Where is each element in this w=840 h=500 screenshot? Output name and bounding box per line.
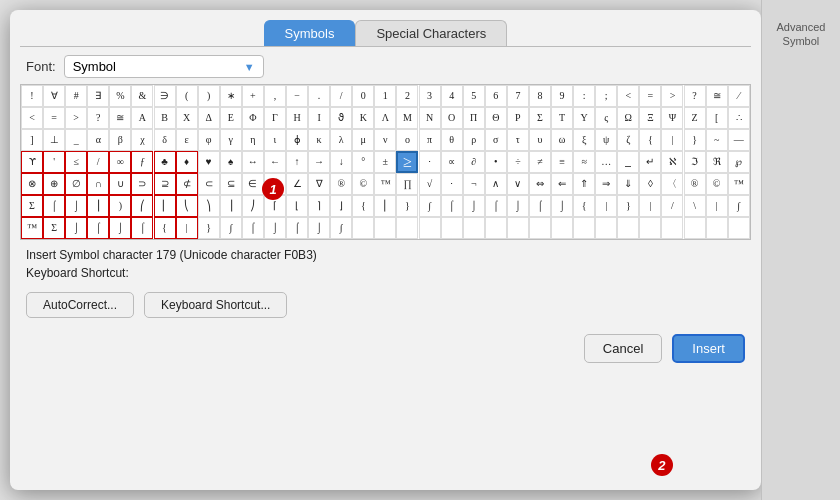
symbol-cell[interactable]: ? — [87, 107, 109, 129]
symbol-cell[interactable]: ϒ — [21, 151, 43, 173]
symbol-cell[interactable]: ⎪ — [374, 195, 396, 217]
symbol-cell[interactable]: } — [396, 195, 418, 217]
symbol-cell[interactable]: → — [308, 151, 330, 173]
symbol-cell[interactable]: ⌡ — [65, 217, 87, 239]
symbol-cell[interactable]: 0 — [352, 85, 374, 107]
symbol-cell[interactable]: ⇓ — [617, 173, 639, 195]
symbol-cell[interactable]: ℵ — [661, 151, 683, 173]
symbol-cell[interactable]: ∫ — [419, 195, 441, 217]
symbol-cell[interactable]: ⎯ — [617, 151, 639, 173]
symbol-cell[interactable]: ≈ — [573, 151, 595, 173]
symbol-cell[interactable]: ⌠ — [485, 195, 507, 217]
symbol-cell[interactable]: δ — [154, 129, 176, 151]
symbol-cell[interactable]: ⌋ — [330, 195, 352, 217]
symbol-cell[interactable]: 6 — [485, 85, 507, 107]
symbol-cell[interactable]: υ — [529, 129, 551, 151]
symbol-cell[interactable]: ⇔ — [529, 173, 551, 195]
symbol-cell[interactable]: ⊄ — [176, 173, 198, 195]
symbol-cell[interactable]: η — [242, 129, 264, 151]
symbol-cell[interactable]: ⎠ — [242, 195, 264, 217]
symbol-cell[interactable]: ] — [21, 129, 43, 151]
symbol-cell[interactable]: θ — [441, 129, 463, 151]
symbol-cell[interactable]: Π — [463, 107, 485, 129]
autocorrect-button[interactable]: AutoCorrect... — [26, 292, 134, 318]
symbol-cell[interactable]: Γ — [264, 107, 286, 129]
symbol-cell[interactable]: ∈ — [242, 173, 264, 195]
symbol-cell[interactable]: √ — [419, 173, 441, 195]
symbol-cell[interactable]: Ο — [441, 107, 463, 129]
symbol-cell[interactable]: . — [308, 85, 330, 107]
symbol-cell[interactable]: # — [65, 85, 87, 107]
symbol-cell[interactable]: ♣ — [154, 151, 176, 173]
symbol-cell[interactable] — [419, 217, 441, 239]
symbol-cell[interactable]: > — [65, 107, 87, 129]
symbol-cell[interactable]: © — [706, 173, 728, 195]
symbol-cell[interactable]: ℑ — [684, 151, 706, 173]
symbol-cell[interactable] — [551, 217, 573, 239]
symbol-cell[interactable]: 3 — [419, 85, 441, 107]
symbol-cell[interactable]: ∗ — [220, 85, 242, 107]
symbol-cell[interactable]: φ — [198, 129, 220, 151]
symbol-cell[interactable] — [661, 217, 683, 239]
symbol-cell[interactable]: Θ — [485, 107, 507, 129]
symbol-cell[interactable]: ♠ — [220, 151, 242, 173]
symbol-cell[interactable]: • — [485, 151, 507, 173]
symbol-cell[interactable]: ξ — [573, 129, 595, 151]
symbol-cell[interactable]: ⌊ — [286, 195, 308, 217]
font-dropdown[interactable]: Symbol ▼ — [64, 55, 264, 78]
symbol-cell[interactable]: ψ — [595, 129, 617, 151]
symbol-cell[interactable]: + — [242, 85, 264, 107]
symbol-cell[interactable]: χ — [131, 129, 153, 151]
symbol-cell[interactable]: ↔ — [242, 151, 264, 173]
symbol-cell[interactable]: | — [706, 195, 728, 217]
symbol-cell[interactable]: { — [154, 217, 176, 239]
symbol-cell[interactable]: ⌠ — [286, 217, 308, 239]
symbol-cell[interactable]: ⋅ — [441, 173, 463, 195]
cancel-button[interactable]: Cancel — [584, 334, 662, 363]
symbol-cell[interactable]: ? — [684, 85, 706, 107]
symbol-cell[interactable]: ƒ — [131, 151, 153, 173]
symbol-cell[interactable]: ' — [43, 151, 65, 173]
symbol-cell[interactable]: ζ — [617, 129, 639, 151]
symbol-cell[interactable]: ο — [396, 129, 418, 151]
symbol-cell[interactable]: Σ — [529, 107, 551, 129]
symbol-cell[interactable] — [441, 217, 463, 239]
symbol-cell[interactable]: ⌡ — [65, 195, 87, 217]
symbol-cell[interactable]: ν — [374, 129, 396, 151]
symbol-cell[interactable]: ÷ — [507, 151, 529, 173]
symbol-cell[interactable]: ⎝ — [176, 195, 198, 217]
symbol-cell[interactable]: > — [661, 85, 683, 107]
symbol-cell[interactable]: Τ — [551, 107, 573, 129]
symbol-cell[interactable]: ∀ — [43, 85, 65, 107]
symbol-cell[interactable]: Μ — [396, 107, 418, 129]
insert-button[interactable]: Insert — [672, 334, 745, 363]
symbol-cell[interactable]: ≅ — [109, 107, 131, 129]
symbol-cell[interactable]: ⁄ — [728, 85, 750, 107]
symbol-cell[interactable]: ® — [330, 173, 352, 195]
symbol-cell[interactable]: } — [617, 195, 639, 217]
symbol-cell[interactable]: ⇐ — [551, 173, 573, 195]
symbol-cell[interactable]: ⊥ — [43, 129, 65, 151]
symbol-cell[interactable]: \ — [684, 195, 706, 217]
symbol-cell[interactable] — [352, 217, 374, 239]
symbol-cell[interactable]: : — [573, 85, 595, 107]
symbol-cell[interactable]: ∏ — [396, 173, 418, 195]
symbol-cell[interactable]: ; — [595, 85, 617, 107]
symbol-cell[interactable]: α — [87, 129, 109, 151]
symbol-cell[interactable]: = — [639, 85, 661, 107]
symbol-cell[interactable]: ⊃ — [131, 173, 153, 195]
symbol-cell[interactable]: ∨ — [507, 173, 529, 195]
symbol-cell[interactable]: π — [419, 129, 441, 151]
symbol-cell[interactable]: ⊆ — [220, 173, 242, 195]
symbol-cell[interactable]: [ — [706, 107, 728, 129]
symbol-cell[interactable]: } — [198, 217, 220, 239]
symbol-cell[interactable]: ⇒ — [595, 173, 617, 195]
symbol-cell[interactable]: | — [595, 195, 617, 217]
symbol-cell[interactable]: ≤ — [65, 151, 87, 173]
symbol-cell[interactable]: { — [573, 195, 595, 217]
symbol-cell[interactable]: ≥ — [396, 151, 418, 173]
symbol-cell[interactable]: − — [286, 85, 308, 107]
symbol-cell[interactable]: ε — [176, 129, 198, 151]
symbol-cell[interactable]: | — [176, 217, 198, 239]
symbol-cell[interactable] — [507, 217, 529, 239]
